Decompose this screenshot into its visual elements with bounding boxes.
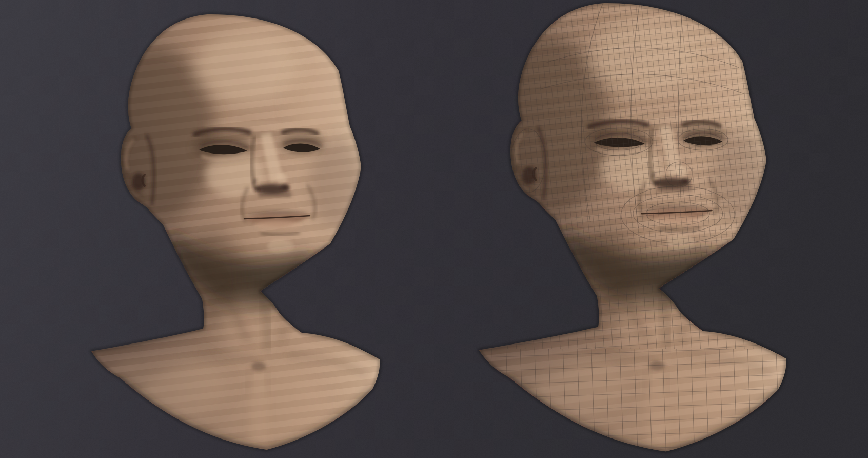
viewport-3d[interactable] xyxy=(0,0,868,458)
busts-render xyxy=(0,0,868,458)
